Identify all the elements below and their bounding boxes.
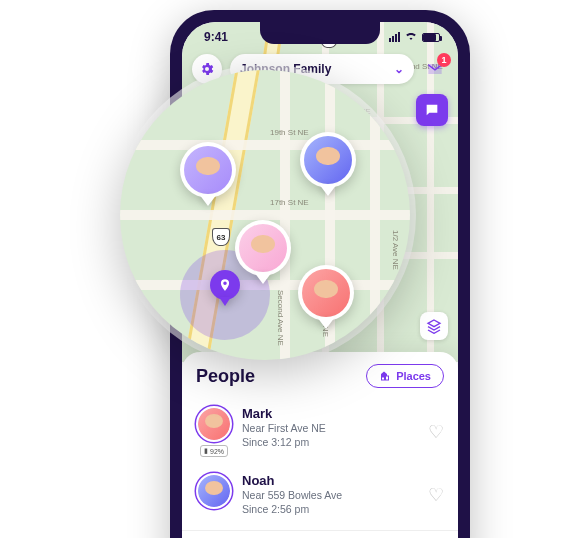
places-button[interactable]: Places bbox=[366, 364, 444, 388]
map-magnifier: 19th St NE 17th St NE Second Ave NE Thir… bbox=[120, 70, 410, 360]
chevron-down-icon: ⌄ bbox=[394, 62, 404, 76]
favorite-button[interactable]: ♡ bbox=[428, 421, 444, 443]
signal-icon bbox=[389, 32, 400, 42]
person-location: Near First Ave NE bbox=[242, 421, 418, 435]
status-time: 9:41 bbox=[204, 30, 228, 44]
member-pin[interactable] bbox=[298, 265, 354, 321]
street-label: 17th St NE bbox=[270, 198, 309, 207]
favorite-button[interactable]: ♡ bbox=[428, 484, 444, 506]
notch bbox=[260, 22, 380, 44]
person-row[interactable]: ▮92% Mark Near First Ave NE Since 3:12 p… bbox=[196, 398, 444, 465]
chat-button[interactable] bbox=[416, 94, 448, 126]
location-pin-icon bbox=[218, 278, 232, 292]
building-icon bbox=[379, 370, 391, 382]
inbox-badge: 1 bbox=[437, 53, 451, 67]
member-pin[interactable] bbox=[300, 132, 356, 188]
person-name: Noah bbox=[242, 473, 418, 488]
bottom-nav: Location Safety Membership bbox=[182, 530, 458, 538]
member-pin[interactable] bbox=[180, 142, 236, 198]
person-name: Mark bbox=[242, 406, 418, 421]
avatar bbox=[196, 473, 232, 509]
person-location: Near 559 Bowles Ave bbox=[242, 488, 418, 502]
person-row[interactable]: Noah Near 559 Bowles Ave Since 2:56 pm ♡ bbox=[196, 465, 444, 524]
battery-indicator: ▮92% bbox=[200, 445, 228, 457]
sheet-title: People bbox=[196, 366, 255, 387]
battery-icon bbox=[422, 33, 440, 42]
street-label: 1/2 Ave NE bbox=[391, 230, 400, 270]
highway-shield: 63 bbox=[212, 228, 230, 246]
street-label: Second Ave NE bbox=[276, 290, 285, 346]
inbox-button[interactable]: 1 bbox=[422, 56, 448, 82]
person-since: Since 3:12 pm bbox=[242, 435, 418, 449]
map-layers-button[interactable] bbox=[420, 312, 448, 340]
avatar bbox=[196, 406, 232, 442]
wifi-icon bbox=[404, 31, 418, 43]
member-pin[interactable] bbox=[235, 220, 291, 276]
people-sheet[interactable]: People Places ▮92% Mark Near First Ave N… bbox=[182, 352, 458, 538]
person-since: Since 2:56 pm bbox=[242, 502, 418, 516]
